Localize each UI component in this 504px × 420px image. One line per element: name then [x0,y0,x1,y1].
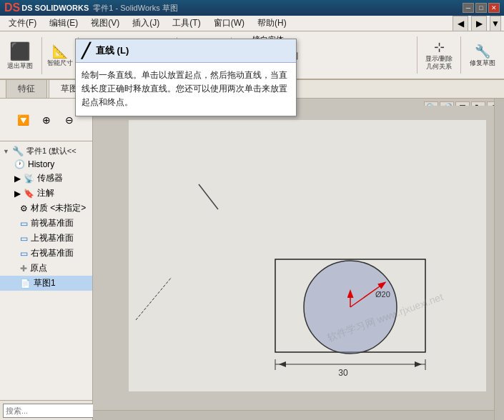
feature-tree: ▼ 🔧 零件1 (默认<< 🕐 History ▶ 📡 传感器 ▶ 🔖 注解 ⚙… [0,141,92,400]
annotation-label: 注解 [37,187,54,199]
title-bar: DS DS SOLIDWORKS 零件1 - SolidWorks 草图 ─ □… [0,0,504,16]
annotation-expand-icon: ▶ [14,189,21,199]
right-plane-icon: ▭ [20,249,28,259]
tree-origin-item[interactable]: ✚ 原点 [0,261,92,276]
nav-dropdown-button[interactable]: ▼ [490,16,501,31]
sketch1-label: 草图1 [34,277,56,289]
horizontal-scrollbar[interactable] [93,410,494,420]
svg-text:Ø20: Ø20 [375,290,390,299]
tree-material-item[interactable]: ⚙ 材质 <未指定> [0,201,92,216]
main-area: 🔽 ⊕ ⊖ ▼ 🔧 零件1 (默认<< 🕐 History ▶ 📡 传感器 ▶ [0,99,504,420]
material-icon: ⚙ [20,204,28,214]
material-label: 材质 <未指定> [31,202,86,214]
right-toolbar: ⊹ 显示/删除几何关系 🔧 修复草图 [411,31,504,79]
part-icon: 🔧 [12,146,24,156]
tree-history-item[interactable]: 🕐 History [0,158,92,171]
front-plane-icon: ▭ [20,219,28,229]
left-panel: 🔽 ⊕ ⊖ ▼ 🔧 零件1 (默认<< 🕐 History ▶ 📡 传感器 ▶ [0,99,93,420]
svg-text:30: 30 [338,368,348,378]
drawing-canvas[interactable]: Ø20 30 软件学习网 www.rjxuexl.net [93,99,504,420]
sensor-icon: 📡 [24,174,34,184]
svg-rect-1 [129,120,486,391]
nav-forward-button[interactable]: ▶ [471,16,487,31]
right-plane-label: 右视基准面 [31,247,74,259]
top-plane-label: 上视基准面 [31,232,74,244]
maximize-button[interactable]: □ [475,3,487,13]
tree-root-item[interactable]: ▼ 🔧 零件1 (默认<< [0,144,92,158]
tree-root-label: 零件1 (默认<< [26,146,76,156]
tree-sketch1-item[interactable]: 📄 草图1 [0,276,92,291]
toolbar-separator-6 [460,36,461,74]
tree-front-plane-item[interactable]: ▭ 前视基准面 [0,216,92,231]
left-search-bar: 🔍 [0,400,92,420]
toolbar-separator-1 [41,37,42,74]
annotation-icon: 🔖 [24,189,34,199]
sensor-label: 传感器 [37,172,63,184]
sketch1-icon: 📄 [20,279,31,289]
tree-top-plane-item[interactable]: ▭ 上视基准面 [0,231,92,246]
nav-back-button[interactable]: ◀ [453,16,468,31]
menu-window[interactable]: 窗口(W) [208,16,250,31]
tooltip-body: 绘制一条直线。单击以放置起点，然后拖动直线，当直线长度正确时释放直线。您还可以使… [76,63,296,116]
vertical-scrollbar[interactable] [494,99,504,420]
repair-sketch-button[interactable]: 🔧 修复草图 [465,35,500,75]
top-plane-icon: ▭ [20,234,28,244]
origin-icon: ✚ [20,264,27,274]
close-button[interactable]: ✕ [488,3,500,13]
expand-all-button[interactable]: ⊕ [36,110,56,130]
tooltip-header: ╱ 直线 (L) [76,39,296,63]
tooltip-popup: ╱ 直线 (L) 绘制一条直线。单击以放置起点，然后拖动直线，当直线长度正确时释… [75,39,297,116]
display-delete-rel-button[interactable]: ⊹ 显示/删除几何关系 [422,35,456,75]
menu-edit[interactable]: 编辑(E) [44,16,84,31]
tree-expand-icon: ▼ [3,148,9,155]
repair-icon: 🔧 [475,44,490,59]
canvas-area: 🔍 🔎 ⊡ ↻ ⊕ Ø20 [93,99,504,420]
line-tooltip-icon: ╱ [81,42,90,59]
display-delete-icon: ⊹ [434,39,445,55]
tooltip-title: 直线 (L) [96,44,129,57]
menu-help[interactable]: 帮助(H) [252,16,292,31]
search-input[interactable] [3,404,107,418]
sensor-expand-icon: ▶ [14,174,21,184]
solidworks-logo: DS DS SOLIDWORKS [4,1,89,14]
window-title: 零件1 - SolidWorks 草图 [93,3,463,14]
history-icon: 🕐 [14,159,25,169]
smart-dim-icon: 📐 [52,44,68,60]
tree-sensor-item[interactable]: ▶ 📡 传感器 [0,171,92,186]
exit-sketch-button[interactable]: ⬛ 退出草图 [3,36,37,76]
tab-features[interactable]: 特征 [6,79,47,98]
history-label: History [28,159,54,169]
menu-insert[interactable]: 插入(J) [127,16,165,31]
exit-sketch-icon: ⬛ [9,41,31,62]
menu-file[interactable]: 文件(F) [3,16,42,31]
menu-tools[interactable]: 工具(T) [167,16,206,31]
window-controls: ─ □ ✕ [463,3,500,13]
menu-view[interactable]: 视图(V) [85,16,125,31]
tree-annotation-item[interactable]: ▶ 🔖 注解 [0,186,92,201]
smart-dimension-button[interactable]: 📐 智能尺寸 [46,36,74,76]
origin-label: 原点 [30,262,47,274]
tree-right-plane-item[interactable]: ▭ 右视基准面 [0,246,92,261]
toolbar-separator-5 [417,36,417,74]
front-plane-label: 前视基准面 [31,217,74,229]
filter-button[interactable]: 🔽 [14,110,34,130]
minimize-button[interactable]: ─ [463,3,474,13]
